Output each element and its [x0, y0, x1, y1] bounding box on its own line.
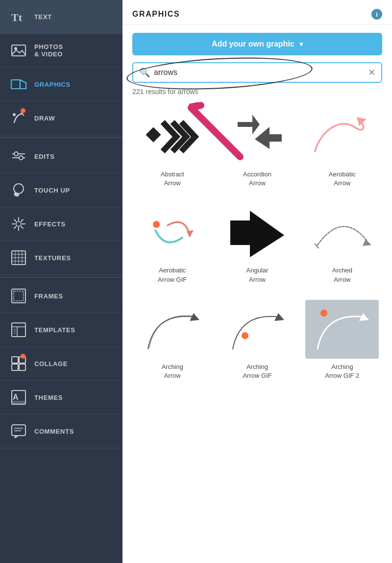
sidebar-item-draw[interactable]: DRAW [0, 101, 122, 135]
sidebar-item-photos[interactable]: PHOTOS& VIDEO [0, 34, 122, 68]
main-body: Add your own graphic ▾ 🔍 ✕ 221 results f… [122, 25, 392, 563]
touchup-icon [10, 181, 27, 199]
sidebar-item-edits[interactable]: EDITS [0, 140, 122, 173]
sidebar-item-templates[interactable]: TEMPLATES [0, 313, 122, 347]
svg-line-19 [21, 220, 23, 221]
graphic-item-arching-arrow[interactable]: ArchingArrow [132, 296, 212, 384]
add-graphic-button[interactable]: Add your own graphic ▾ [132, 33, 382, 55]
svg-point-58 [242, 332, 248, 339]
svg-marker-49 [238, 115, 260, 134]
svg-point-6 [13, 113, 16, 116]
sidebar-item-templates-label: TEMPLATES [34, 326, 75, 334]
sidebar-item-text-label: TEXT [34, 13, 52, 21]
svg-line-18 [21, 226, 23, 228]
sidebar-item-text[interactable]: Tt TEXT [0, 0, 122, 34]
graphic-item-arched-arrow[interactable]: ArchedArrow [302, 199, 382, 288]
sidebar-item-themes[interactable]: A THEMES [0, 381, 122, 415]
abstract-arrow-preview [136, 107, 209, 166]
sidebar-item-frames-label: FRAMES [34, 293, 63, 300]
arching-arrow-gif-label: ArchingArrow GIF [243, 363, 271, 380]
comments-icon [10, 422, 27, 440]
svg-rect-31 [12, 323, 25, 337]
search-container: 🔍 ✕ [132, 62, 382, 83]
graphic-item-aerobatic-arrow-gif[interactable]: AerobaticArrow GIF [132, 199, 212, 288]
abstract-arrow-label: AbstractArrow [161, 170, 184, 188]
arched-arrow-preview [305, 203, 379, 262]
effects-icon [10, 215, 27, 233]
main-title: GRAPHICS [132, 10, 180, 19]
textures-icon [10, 249, 27, 267]
svg-marker-53 [187, 230, 194, 238]
sidebar-item-touchup[interactable]: TOUCH UP [0, 173, 122, 207]
arching-arrow-preview [136, 300, 209, 359]
sidebar-item-comments[interactable]: COMMENTS [0, 415, 122, 448]
sidebar-item-comments-label: COMMENTS [34, 428, 74, 435]
sidebar-item-collage-label: COLLAGE [34, 360, 68, 367]
accordion-arrow-preview [220, 107, 294, 166]
add-graphic-label: Add your own graphic [212, 40, 294, 49]
chevron-down-icon: ▾ [299, 40, 303, 48]
aerobatic-arrow-preview [305, 107, 379, 166]
sidebar: Tt TEXT PHOTOS& VIDEO GRAPHICS [0, 0, 122, 563]
graphic-item-accordion-arrow[interactable]: AccordionArrow [217, 103, 297, 192]
svg-marker-50 [255, 127, 282, 149]
sidebar-item-edits-label: EDITS [34, 153, 55, 160]
sidebar-item-themes-label: THEMES [34, 394, 63, 401]
aerobatic-arrow-gif-label: AerobaticArrow GIF [158, 266, 187, 284]
draw-dot [21, 108, 25, 113]
arched-arrow-label: ArchedArrow [332, 266, 352, 284]
sidebar-item-effects-label: EFFECTS [34, 220, 66, 228]
svg-rect-44 [12, 425, 25, 436]
svg-rect-30 [14, 291, 24, 301]
arching-arrow-gif2-label: ArchingArrow GIF 2 [325, 363, 359, 380]
templates-icon [10, 321, 27, 339]
aerobatic-arrow-label: AerobaticArrow [329, 170, 356, 188]
svg-point-21 [16, 221, 21, 226]
sidebar-item-draw-label: DRAW [34, 115, 55, 122]
results-count: 221 results for arrows [132, 88, 382, 96]
info-icon[interactable]: i [371, 9, 382, 20]
graphic-item-aerobatic-arrow[interactable]: AerobaticArrow [302, 103, 382, 192]
frames-icon [10, 287, 27, 305]
svg-point-2 [14, 47, 17, 50]
graphic-item-abstract-arrow[interactable]: AbstractArrow [132, 103, 212, 192]
sidebar-item-touchup-label: TOUCH UP [34, 187, 70, 194]
arching-arrow-gif2-preview [305, 300, 379, 359]
svg-rect-1 [12, 45, 25, 56]
text-icon: Tt [10, 8, 27, 25]
svg-rect-39 [12, 364, 18, 370]
svg-line-20 [14, 226, 16, 228]
clear-icon[interactable]: ✕ [368, 67, 375, 78]
svg-rect-43 [12, 401, 25, 404]
search-icon: 🔍 [139, 67, 150, 78]
themes-icon: A [10, 389, 27, 406]
svg-text:Tt: Tt [11, 11, 23, 24]
main-header: GRAPHICS i [122, 0, 392, 25]
sidebar-item-textures[interactable]: TEXTURES [0, 241, 122, 275]
sidebar-item-collage[interactable]: COLLAGE [0, 347, 122, 381]
sidebar-item-effects[interactable]: EFFECTS [0, 207, 122, 241]
search-bar: 🔍 ✕ [132, 62, 382, 83]
search-input[interactable] [154, 68, 368, 77]
arching-arrow-gif-preview [220, 300, 294, 359]
svg-marker-54 [230, 211, 284, 257]
graphic-item-arching-arrow-gif2[interactable]: ArchingArrow GIF 2 [302, 296, 382, 384]
svg-point-10 [14, 152, 18, 156]
svg-marker-51 [357, 117, 367, 126]
photos-icon [10, 42, 27, 59]
sidebar-item-textures-label: TEXTURES [34, 254, 71, 262]
sidebar-item-frames[interactable]: FRAMES [0, 279, 122, 313]
svg-point-52 [153, 221, 160, 228]
graphic-item-angular-arrow[interactable]: AngularArrow [217, 199, 297, 288]
angular-arrow-preview [220, 203, 294, 262]
main-panel: GRAPHICS i Add your own graphic ▾ 🔍 ✕ 22… [122, 0, 392, 563]
svg-rect-3 [11, 80, 20, 89]
svg-rect-48 [146, 127, 161, 142]
svg-point-60 [320, 310, 327, 317]
aerobatic-arrow-gif-preview [136, 203, 209, 262]
angular-arrow-label: AngularArrow [246, 266, 269, 284]
svg-text:A: A [13, 393, 19, 401]
sidebar-item-graphics[interactable]: GRAPHICS [0, 68, 122, 101]
svg-line-17 [14, 220, 16, 221]
graphic-item-arching-arrow-gif[interactable]: ArchingArrow GIF [217, 296, 297, 384]
